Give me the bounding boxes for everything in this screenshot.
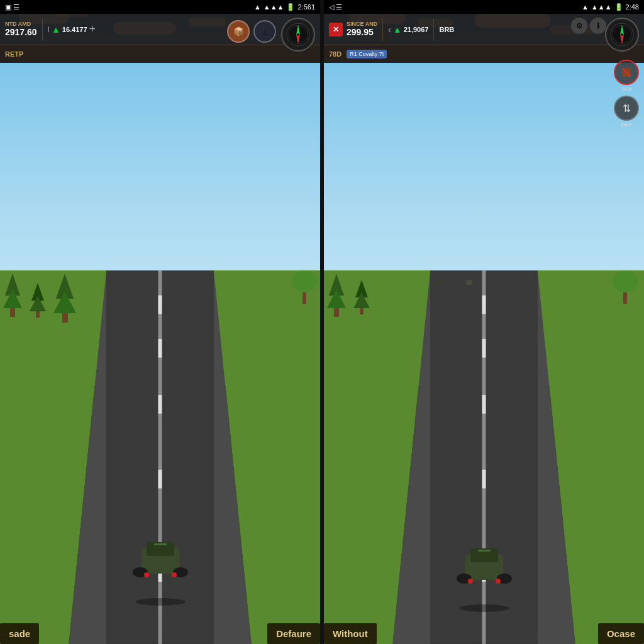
left-arrow-icon: ‹	[388, 25, 391, 35]
svg-rect-9	[158, 470, 162, 489]
distant-vehicle	[436, 280, 442, 285]
wifi-icon: ▲	[582, 3, 589, 11]
hud-divider	[433, 18, 434, 41]
right-game-scene	[324, 0, 644, 644]
right-bottom-label-left: Without	[324, 623, 377, 644]
right-deciduous-trees	[613, 270, 638, 304]
svg-rect-21	[154, 543, 167, 545]
left-bottom-label-right: Defaure	[267, 623, 320, 644]
svg-rect-35	[482, 395, 486, 414]
distant-vehicle	[466, 280, 472, 285]
left-status-left-icons: ▣ ☰	[5, 3, 19, 11]
vehicle-shadow	[135, 598, 186, 606]
svg-rect-6	[158, 296, 162, 314]
grid-icon: ▣	[5, 3, 11, 11]
right-sub-bar: 78D R1 Covalty 7t	[324, 45, 644, 63]
back-icon: ◁	[329, 3, 334, 11]
battery-icon: 🔋	[614, 3, 623, 11]
right-panel-icons: GCA ⇅ GHP	[614, 60, 639, 128]
hud-divider	[42, 18, 43, 41]
up-arrow-icon: ▲	[393, 25, 402, 35]
right-stat-3: BRB	[439, 26, 454, 33]
time-display: 2:561	[297, 3, 315, 11]
map-button[interactable]: ⟂	[253, 20, 276, 43]
left-vehicle	[123, 536, 198, 592]
right-status-right: ▲ ▲▲▲ 🔋 2:48	[582, 3, 639, 11]
svg-point-46	[468, 579, 473, 584]
right-status-bar: ◁ ☰ ▲ ▲▲▲ 🔋 2:48	[324, 0, 644, 14]
info-icon[interactable]: ℹ	[590, 18, 606, 34]
hud-divider	[382, 18, 383, 41]
settings-icon[interactable]: ⚙	[571, 18, 587, 34]
left-sub-bar: RETP	[0, 45, 320, 63]
svg-point-47	[496, 579, 501, 584]
left-bottom-label-left: sade	[0, 623, 39, 644]
signal-icon: ▲▲▲	[591, 3, 612, 11]
right-game-hud: ✕ SINCE AND 299.95 ‹ ▲ 21,9067 BRB	[324, 14, 644, 45]
svg-rect-36	[482, 470, 486, 489]
item-button[interactable]: 📦	[227, 20, 250, 43]
time-display: 2:48	[626, 3, 639, 11]
battery-icon: 🔋	[286, 3, 295, 11]
right-compass	[605, 18, 639, 52]
right-panel: ◁ ☰ ▲ ▲▲▲ 🔋 2:48 ✕ SINCE AND 299.	[324, 0, 644, 644]
distant-vehicles	[436, 280, 472, 285]
svg-rect-34	[482, 339, 486, 358]
left-status-bar: ▣ ☰ ▲ ▲▲▲ 🔋 2:561	[0, 0, 320, 14]
wifi-icon: ▲	[254, 3, 261, 11]
gca-label: GCA	[621, 86, 631, 92]
right-trees	[292, 270, 317, 304]
icon-ghp: ⇅ GHP	[614, 96, 639, 128]
up-arrow-icon: ▲	[52, 25, 60, 35]
menu-icon: ☰	[13, 3, 19, 11]
arrows-icon: ⇅	[623, 103, 631, 114]
swap-icon[interactable]: ⇅	[614, 96, 639, 121]
menu-icon: ☰	[336, 3, 342, 11]
vehicle-shadow	[459, 604, 509, 612]
right-settings-icons: ⚙ ℹ	[571, 18, 606, 34]
right-status-left: ◁ ☰	[329, 3, 342, 11]
close-button[interactable]: ✕	[329, 23, 343, 36]
left-compass	[281, 18, 315, 52]
plus-icon: +	[89, 23, 96, 36]
no-item-icon[interactable]	[614, 60, 639, 85]
indicator-icon: I	[48, 25, 50, 34]
signal-icon: ▲▲▲	[264, 3, 284, 11]
left-hud: ▣ ☰ ▲ ▲▲▲ 🔋 2:561 NTD AMD 2917.60	[0, 0, 320, 69]
svg-point-20	[172, 572, 177, 577]
left-panel: ▣ ☰ ▲ ▲▲▲ 🔋 2:561 NTD AMD 2917.60	[0, 0, 320, 644]
svg-rect-7	[158, 339, 162, 358]
panel-divider	[320, 0, 324, 644]
ghp-label: GHP	[621, 122, 631, 128]
left-stat-2: I ▲ 16.4177 +	[48, 23, 96, 36]
left-stat-1: NTD AMD 2917.60	[5, 21, 37, 37]
svg-rect-8	[158, 395, 162, 414]
left-status-right: ▲ ▲▲▲ 🔋 2:561	[254, 3, 315, 11]
svg-rect-33	[482, 296, 486, 314]
left-game-scene	[0, 0, 320, 644]
main-container: ▣ ☰ ▲ ▲▲▲ 🔋 2:561 NTD AMD 2917.60	[0, 0, 644, 644]
right-pine-trees	[327, 274, 370, 317]
left-trees	[3, 274, 76, 323]
left-action-buttons[interactable]: 📦 ⟂	[227, 20, 276, 43]
right-stat-2: ‹ ▲ 21,9067	[388, 25, 428, 35]
right-vehicle	[447, 542, 522, 599]
right-stat-1: SINCE AND 299.95	[347, 21, 377, 37]
right-hud: ◁ ☰ ▲ ▲▲▲ 🔋 2:48 ✕ SINCE AND 299.	[324, 0, 644, 69]
right-bottom-label-right: Ocase	[598, 623, 644, 644]
svg-rect-48	[478, 550, 491, 552]
svg-point-19	[144, 572, 149, 577]
icon-gca: GCA	[614, 60, 639, 92]
